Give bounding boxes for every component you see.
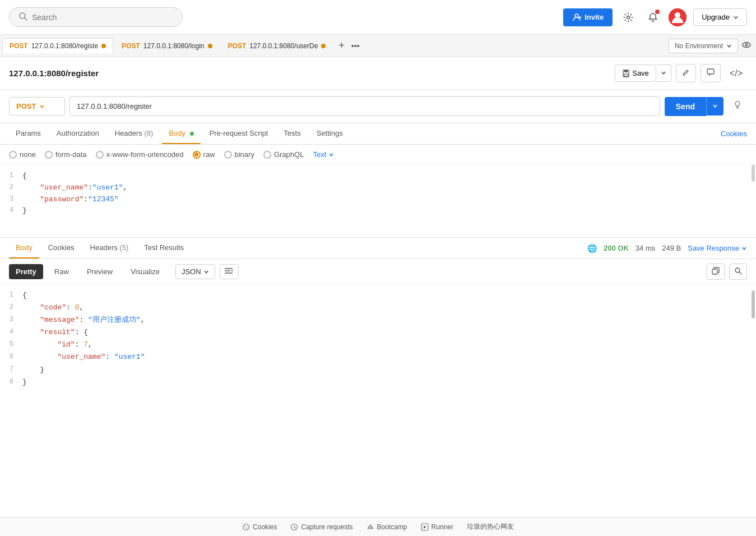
resp-line-content-6: "user_name": "user1" bbox=[22, 351, 756, 363]
body-none-label: none bbox=[20, 150, 36, 159]
topbar-right: Invite Upgrade bbox=[563, 8, 747, 26]
resp-line-num-1: 1 bbox=[0, 289, 22, 302]
lightbulb-button[interactable] bbox=[728, 98, 747, 115]
resp-tab-headers[interactable]: Headers (5) bbox=[84, 238, 136, 258]
body-binary[interactable]: binary bbox=[224, 150, 254, 159]
save-dropdown-button[interactable] bbox=[656, 64, 671, 82]
fmt-tab-pretty[interactable]: Pretty bbox=[9, 264, 43, 279]
radio-binary bbox=[224, 151, 232, 159]
code-button[interactable]: </> bbox=[725, 64, 747, 82]
fmt-tab-preview[interactable]: Preview bbox=[80, 264, 119, 279]
request-code-area[interactable]: 1 { 2 "user_name":"user1", 3 "password":… bbox=[0, 165, 756, 238]
save-button[interactable]: Save bbox=[615, 64, 656, 82]
svg-rect-26 bbox=[369, 527, 372, 529]
req-tab-tests[interactable]: Tests bbox=[277, 123, 307, 144]
status-time: 34 ms bbox=[636, 244, 655, 252]
body-form-data[interactable]: form-data bbox=[45, 150, 87, 159]
fmt-tab-visualize[interactable]: Visualize bbox=[124, 264, 166, 279]
footer-bootcamp-label: Bootcamp bbox=[377, 523, 407, 531]
search-box[interactable] bbox=[9, 7, 183, 27]
svg-point-23 bbox=[246, 528, 247, 529]
send-dropdown-button[interactable] bbox=[706, 97, 723, 115]
body-raw-label: raw bbox=[203, 150, 215, 159]
line-num-2: 2 bbox=[0, 182, 22, 194]
footer-capture-requests[interactable]: Capture requests bbox=[290, 523, 353, 531]
edit-button[interactable] bbox=[676, 64, 696, 82]
tab-userde[interactable]: POST 127.0.0.1:8080/userDe bbox=[221, 38, 333, 53]
body-urlencoded[interactable]: x-www-form-urlencoded bbox=[96, 150, 184, 159]
resp-line-num-4: 4 bbox=[0, 326, 22, 339]
resp-tab-cookies[interactable]: Cookies bbox=[41, 238, 81, 258]
footer-username: 垃圾的热心网友 bbox=[467, 522, 514, 532]
settings-button[interactable] bbox=[619, 8, 637, 26]
invite-button[interactable]: Invite bbox=[563, 8, 613, 26]
resp-line-content-2: "code": 0, bbox=[22, 302, 756, 314]
cookies-link[interactable]: Cookies bbox=[721, 130, 747, 138]
req-tab-headers[interactable]: Headers (8) bbox=[108, 123, 160, 144]
json-format-select[interactable]: JSON bbox=[175, 264, 215, 279]
resp-tab-body[interactable]: Body bbox=[9, 238, 39, 258]
save-response-button[interactable]: Save Response bbox=[688, 244, 747, 252]
req-tab-params[interactable]: Params bbox=[9, 123, 48, 144]
req-tabs-right: Cookies bbox=[721, 130, 747, 138]
footer-runner[interactable]: Runner bbox=[421, 523, 453, 531]
upgrade-button[interactable]: Upgrade bbox=[693, 8, 747, 26]
comment-button[interactable] bbox=[701, 64, 721, 82]
avatar[interactable] bbox=[669, 8, 687, 26]
line-num-4: 4 bbox=[0, 205, 22, 217]
resp-line-5: 5 "id": 7, bbox=[0, 339, 756, 351]
radio-form-data bbox=[45, 151, 53, 159]
line-content-1: { bbox=[22, 170, 756, 182]
copy-button[interactable] bbox=[707, 264, 725, 280]
resp-line-num-6: 6 bbox=[0, 351, 22, 363]
resp-line-4: 4 "result": { bbox=[0, 326, 756, 339]
footer-user-label: 垃圾的热心网友 bbox=[467, 522, 514, 532]
footer-cookies-label: Cookies bbox=[253, 523, 277, 531]
footer-cookies[interactable]: Cookies bbox=[242, 523, 277, 531]
text-format-dropdown[interactable]: Text bbox=[313, 150, 334, 159]
topbar: Invite Upgrade bbox=[0, 0, 756, 35]
req-tab-body[interactable]: Body bbox=[162, 123, 200, 144]
method-select[interactable]: POST bbox=[9, 97, 65, 115]
tab-login[interactable]: POST 127.0.0.1:8080/login bbox=[114, 38, 219, 53]
footer-bootcamp[interactable]: Bootcamp bbox=[367, 523, 407, 531]
body-raw[interactable]: raw bbox=[193, 150, 215, 159]
search-icon bbox=[18, 12, 27, 22]
search-response-button[interactable] bbox=[729, 264, 747, 280]
request-tabs: Params Authorization Headers (8) Body Pr… bbox=[0, 123, 756, 145]
add-tab-button[interactable]: + bbox=[336, 38, 347, 54]
code-scrollbar[interactable] bbox=[752, 165, 755, 182]
response-code-area[interactable]: 1 { 2 "code": 0, 3 "message": "用户注册成功", … bbox=[0, 285, 756, 393]
code-line-1: 1 { bbox=[0, 170, 756, 182]
footer-capture-label: Capture requests bbox=[301, 523, 353, 531]
tab-register[interactable]: POST 127.0.0.1:8080/registe bbox=[2, 38, 113, 53]
svg-point-24 bbox=[247, 525, 247, 526]
req-tab-settings[interactable]: Settings bbox=[310, 123, 350, 144]
resp-line-3: 3 "message": "用户注册成功", bbox=[0, 314, 756, 326]
send-button[interactable]: Send bbox=[665, 97, 706, 116]
search-input[interactable] bbox=[32, 13, 166, 22]
resp-scrollbar[interactable] bbox=[752, 290, 755, 318]
line-num-1: 1 bbox=[0, 170, 22, 182]
fmt-tab-raw[interactable]: Raw bbox=[48, 264, 76, 279]
more-tabs-button[interactable]: ••• bbox=[349, 39, 362, 53]
notifications-button[interactable] bbox=[644, 8, 662, 26]
eye-button[interactable] bbox=[739, 38, 754, 54]
body-graphql[interactable]: GraphQL bbox=[263, 150, 304, 159]
status-ok: 200 OK bbox=[604, 244, 629, 252]
url-bar: POST Send bbox=[0, 90, 756, 123]
radio-none bbox=[9, 151, 17, 159]
req-tab-authorization[interactable]: Authorization bbox=[50, 123, 106, 144]
response-tabs-bar: Body Cookies Headers (5) Test Results 🌐 … bbox=[0, 238, 756, 259]
resp-line-content-3: "message": "用户注册成功", bbox=[22, 314, 756, 326]
response-format-bar: Pretty Raw Preview Visualize JSON bbox=[0, 259, 756, 285]
topbar-left bbox=[9, 7, 183, 27]
req-tab-pre-request-script[interactable]: Pre-request Script bbox=[203, 123, 275, 144]
url-input[interactable] bbox=[69, 96, 660, 116]
wrap-button[interactable] bbox=[220, 264, 239, 279]
resp-line-content-7: } bbox=[22, 364, 756, 376]
resp-tab-test-results[interactable]: Test Results bbox=[137, 238, 191, 258]
environment-select[interactable]: No Environment bbox=[669, 39, 738, 53]
body-none[interactable]: none bbox=[9, 150, 36, 159]
svg-point-21 bbox=[243, 524, 249, 530]
